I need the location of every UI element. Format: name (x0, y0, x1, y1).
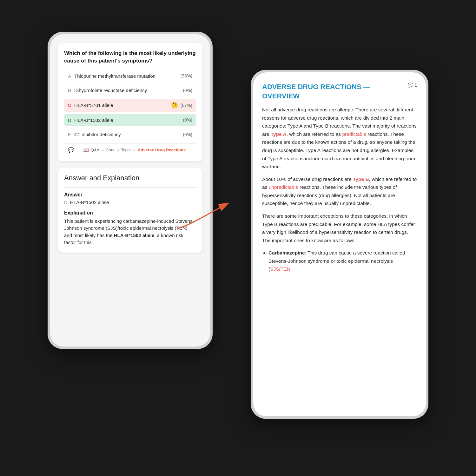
bullet-item-1: Carbamazepine: This drug can cause a sev… (268, 249, 417, 273)
type-a-link[interactable]: Type A (271, 131, 287, 137)
type-b-link[interactable]: Type B (353, 176, 369, 182)
para-3: There are some important exceptions to t… (262, 212, 417, 244)
option-c-pct: (67%) (181, 103, 192, 108)
connecting-arrow (171, 197, 235, 235)
right-phone: ADVERSE DRUG REACTIONS — OVERVIEW 💬 1 No… (251, 70, 428, 419)
article-title: ADVERSE DRUG REACTIONS — OVERVIEW (262, 83, 408, 101)
main-container: Which of the following is the most likel… (48, 19, 428, 457)
option-a-text: Thiopurine methyltransferase mutation (74, 73, 178, 79)
left-phone: Which of the following is the most likel… (48, 32, 213, 349)
option-d-letter: D (68, 117, 74, 123)
answer-text: HLA-B*1502 allele (70, 200, 109, 205)
answer-section-title: Answer and Explanation (64, 174, 196, 182)
explanation-bold: HLA-B*1502 allele (114, 233, 155, 238)
option-a-pct: (33%) (181, 73, 192, 78)
chat-icon: 💬 (68, 147, 74, 153)
option-b-letter: B (68, 88, 74, 93)
para-2: About 10% of adverse drug reactions are … (262, 175, 417, 208)
predictable-link[interactable]: predictable (342, 131, 366, 137)
bullet-semicolon: ; (290, 266, 292, 272)
sjs-link[interactable]: SJS/TEN (270, 266, 290, 272)
option-c-letter: C (68, 102, 74, 108)
book-icon: 📖 (83, 147, 89, 153)
topic-breadcrumb: 💬 → 📖 Q&A → Core → Topic → Adverse Drug … (64, 143, 196, 156)
answer-divider (64, 187, 196, 188)
option-c-emoji: 🤔 (171, 102, 178, 109)
bullet-list: Carbamazepine: This drug can cause a sev… (262, 249, 417, 273)
question-text: Which of the following is the most likel… (64, 50, 196, 65)
option-d[interactable]: D HLA-B*1502 allele (0%) (64, 114, 196, 127)
option-e-letter: E (68, 132, 74, 137)
breadcrumb-link[interactable]: Adverse Drug Reactions (138, 148, 186, 152)
option-b-text: Dihydrofolate reductase deficiency (74, 87, 180, 94)
option-e[interactable]: E C1 inhibitor deficiency (0%) (64, 128, 196, 141)
badge-icon: 💬 (408, 83, 413, 88)
badge-number: 1 (414, 83, 417, 88)
option-e-text: C1 inhibitor deficiency (74, 131, 180, 138)
article-header: ADVERSE DRUG REACTIONS — OVERVIEW 💬 1 (262, 83, 417, 101)
option-a[interactable]: A Thiopurine methyltransferase mutation … (64, 70, 196, 83)
question-card: Which of the following is the most likel… (58, 43, 202, 161)
option-b[interactable]: B Dihydrofolate reductase deficiency (0%… (64, 84, 196, 97)
breadcrumb-path: Q&A → Core → Topic → (91, 148, 136, 152)
option-c[interactable]: C HLA-B*5701 allele 🤔 (67%) (64, 99, 196, 112)
option-a-letter: A (68, 73, 74, 79)
option-d-text: HLA-B*1502 allele (74, 117, 180, 123)
right-phone-inner: ADVERSE DRUG REACTIONS — OVERVIEW 💬 1 No… (253, 72, 426, 416)
option-c-text: HLA-B*5701 allele (74, 102, 169, 109)
option-d-pct: (0%) (183, 117, 192, 122)
bullet-drug-name: Carbamazepine (268, 250, 305, 255)
option-e-pct: (0%) (183, 132, 192, 137)
article-body: Not all adverse drug reactions are aller… (262, 106, 417, 273)
article-badge: 💬 1 (408, 83, 417, 88)
answer-letter: D (64, 200, 68, 205)
option-b-pct: (0%) (183, 88, 192, 93)
para-1: Not all adverse drug reactions are aller… (262, 106, 417, 171)
arrow-icon: → (76, 147, 81, 152)
left-phone-inner: Which of the following is the most likel… (50, 34, 210, 347)
unpredictable-link[interactable]: unpredictable (269, 184, 298, 190)
